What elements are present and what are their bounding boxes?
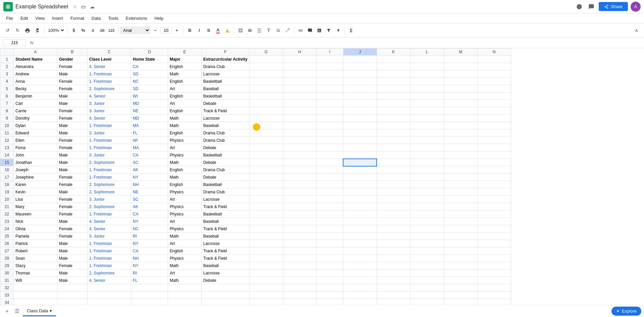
cell-r3-c13[interactable] [444, 70, 477, 78]
cell-r33-c3[interactable] [88, 292, 131, 299]
cell-r34-c4[interactable] [131, 299, 168, 305]
cell-r1-c2[interactable]: Gender [57, 56, 88, 63]
cell-r30-c2[interactable]: Male [57, 269, 88, 277]
row-header-20[interactable]: 20 [0, 196, 14, 203]
cell-r10-c9[interactable] [316, 122, 343, 129]
cell-r22-c9[interactable] [316, 210, 343, 218]
col-header-g[interactable]: G [249, 49, 283, 56]
cell-r1-c14[interactable] [477, 56, 511, 63]
table-row[interactable]: 5BeckyFemale2. SophomoreSDArtBaseball [0, 85, 511, 92]
cell-r27-c11[interactable] [377, 247, 410, 255]
row-header-1[interactable]: 1 [0, 56, 14, 63]
cell-r22-c4[interactable]: CA [131, 210, 168, 218]
cell-r7-c13[interactable] [444, 100, 477, 107]
table-row[interactable]: 7CarlMale3. JuniorMDArtDebate [0, 100, 511, 107]
cell-r19-c1[interactable]: Kevin [14, 188, 57, 196]
cell-r6-c9[interactable] [316, 92, 343, 100]
cell-r24-c7[interactable] [249, 225, 283, 233]
cell-r17-c13[interactable] [444, 174, 477, 181]
cell-r22-c5[interactable]: Physics [168, 210, 202, 218]
cell-r31-c14[interactable] [477, 277, 511, 284]
cell-r19-c2[interactable]: Male [57, 188, 88, 196]
cell-r7-c4[interactable]: MD [131, 100, 168, 107]
table-row[interactable]: 11EdwardMale3. JuniorFLEnglishDrama Club [0, 129, 511, 137]
row-header-10[interactable]: 10 [0, 122, 14, 129]
table-row[interactable]: 17JosephineFemale1. FreshmanNYMathDebate [0, 174, 511, 181]
cell-r15-c9[interactable] [316, 159, 343, 166]
cell-r33-c10[interactable] [343, 292, 377, 299]
cell-r13-c14[interactable] [477, 144, 511, 151]
cell-r17-c10[interactable] [343, 174, 377, 181]
cell-r11-c4[interactable]: FL [131, 129, 168, 137]
cell-r23-c3[interactable]: 4. Senior [88, 218, 131, 225]
cell-r29-c12[interactable] [410, 262, 444, 269]
cell-r1-c6[interactable]: Extracurricular Activity [202, 56, 250, 63]
row-header-11[interactable]: 11 [0, 129, 14, 137]
cell-r31-c13[interactable] [444, 277, 477, 284]
cell-r30-c9[interactable] [316, 269, 343, 277]
cell-r5-c2[interactable]: Female [57, 85, 88, 92]
table-row[interactable]: 6BenjaminMale4. SeniorWIEnglishBasketbal… [0, 92, 511, 100]
cell-r30-c4[interactable]: RI [131, 269, 168, 277]
cell-r9-c10[interactable] [343, 115, 377, 122]
cell-r18-c13[interactable] [444, 181, 477, 188]
row-header-14[interactable]: 14 [0, 151, 14, 159]
cell-r15-c11[interactable] [377, 159, 410, 166]
col-header-m[interactable]: M [444, 49, 477, 56]
cell-r24-c4[interactable]: NC [131, 225, 168, 233]
cell-r9-c3[interactable]: 4. Senior [88, 115, 131, 122]
cell-r16-c6[interactable]: Drama Club [202, 166, 250, 174]
cell-r18-c10[interactable] [343, 181, 377, 188]
cell-r23-c10[interactable] [343, 218, 377, 225]
cell-r13-c10[interactable] [343, 144, 377, 151]
cell-r23-c13[interactable] [444, 218, 477, 225]
table-row[interactable]: 23NickMale4. SeniorNYArtBaseball [0, 218, 511, 225]
cell-r24-c8[interactable] [283, 225, 316, 233]
cell-r32-c1[interactable] [14, 284, 57, 292]
cell-r12-c14[interactable] [477, 137, 511, 144]
cell-r18-c7[interactable] [249, 181, 283, 188]
cell-r30-c11[interactable] [377, 269, 410, 277]
cell-r18-c8[interactable] [283, 181, 316, 188]
cell-r3-c4[interactable]: SD [131, 70, 168, 78]
cell-r3-c3[interactable]: 1. Freshman [88, 70, 131, 78]
cell-r12-c6[interactable]: Drama Club [202, 137, 250, 144]
cell-r15-c2[interactable]: Male [57, 159, 88, 166]
cell-r27-c5[interactable]: English [168, 247, 202, 255]
cell-r8-c7[interactable] [249, 107, 283, 115]
cell-r13-c13[interactable] [444, 144, 477, 151]
sheet-scroll-area[interactable]: A B C D E F G H I J K L M N [0, 48, 644, 305]
cell-r13-c9[interactable] [316, 144, 343, 151]
cell-r34-c9[interactable] [316, 299, 343, 305]
cell-r32-c12[interactable] [410, 284, 444, 292]
table-row[interactable]: 29StacyFemale1. FreshmanNYMathBaseball [0, 262, 511, 269]
cell-r25-c5[interactable]: Math [168, 233, 202, 240]
row-header-28[interactable]: 28 [0, 255, 14, 262]
star-icon[interactable]: ☆ [73, 4, 77, 9]
cell-r3-c14[interactable] [477, 70, 511, 78]
cell-r6-c1[interactable]: Benjamin [14, 92, 57, 100]
cloud-icon[interactable]: ☁ [90, 4, 95, 9]
cell-r21-c4[interactable]: AK [131, 203, 168, 210]
cell-r19-c5[interactable]: Physics [168, 188, 202, 196]
cell-r20-c13[interactable] [444, 196, 477, 203]
font-size-increase-button[interactable]: + [172, 26, 181, 35]
cell-r25-c2[interactable]: Female [57, 233, 88, 240]
cell-r25-c14[interactable] [477, 233, 511, 240]
cell-r6-c11[interactable] [377, 92, 410, 100]
cell-r7-c14[interactable] [477, 100, 511, 107]
cell-r33-c5[interactable] [168, 292, 202, 299]
cell-r29-c10[interactable] [343, 262, 377, 269]
row-header-16[interactable]: 16 [0, 166, 14, 174]
cell-r4-c1[interactable]: Anna [14, 78, 57, 85]
table-row[interactable]: 10DylanMale1. FreshmanMAMathBaseball [0, 122, 511, 129]
col-header-l[interactable]: L [410, 49, 444, 56]
cell-r8-c4[interactable]: NE [131, 107, 168, 115]
cell-r27-c9[interactable] [316, 247, 343, 255]
row-header-24[interactable]: 24 [0, 225, 14, 233]
cell-r12-c9[interactable] [316, 137, 343, 144]
cell-r1-c9[interactable] [316, 56, 343, 63]
cell-r25-c1[interactable]: Pamela [14, 233, 57, 240]
cell-r14-c5[interactable]: Physics [168, 151, 202, 159]
cell-r5-c14[interactable] [477, 85, 511, 92]
